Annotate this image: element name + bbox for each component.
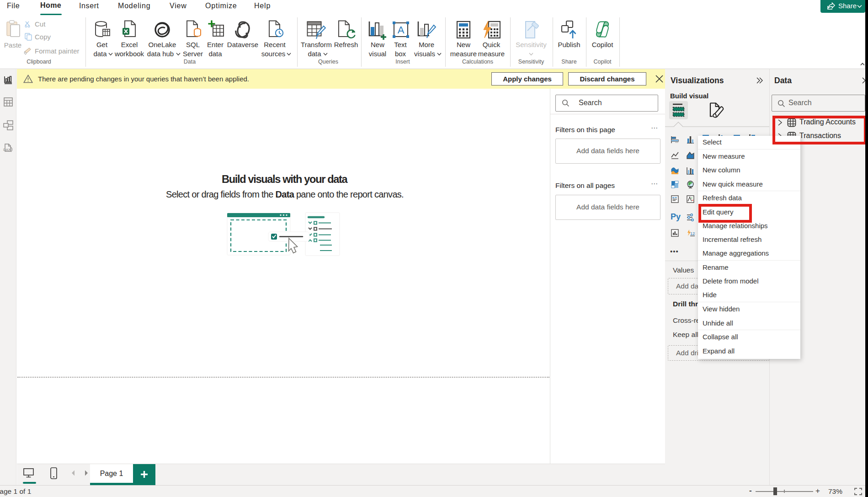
svg-text:DAX: DAX — [3, 148, 11, 152]
svg-text:A: A — [398, 24, 405, 36]
svg-text:123: 123 — [690, 231, 695, 236]
